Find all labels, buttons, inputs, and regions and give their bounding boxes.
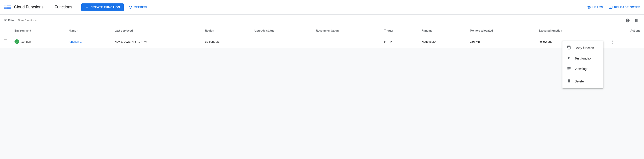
col-environment: Environment [11, 26, 65, 35]
function-link[interactable]: function-1 [69, 40, 82, 43]
release-notes-link[interactable]: RELEASE NOTES [609, 5, 640, 9]
sort-icon: ↑ [77, 30, 78, 32]
row-checkbox[interactable] [4, 40, 7, 43]
table-container: Environment Name ↑ Last deployed Region … [0, 26, 644, 48]
col-name[interactable]: Name ↑ [65, 26, 111, 35]
row-status-cell: 1st gen [11, 35, 65, 48]
col-region: Region [201, 26, 251, 35]
row-memory-cell: 256 MB [466, 35, 535, 48]
refresh-icon [128, 5, 132, 9]
filter-right [624, 17, 640, 24]
svg-rect-5 [6, 8, 11, 9]
create-function-button[interactable]: CREATE FUNCTION [81, 4, 124, 11]
col-memory: Memory allocated [466, 26, 535, 35]
svg-rect-4 [6, 7, 11, 8]
col-actions: Actions [605, 26, 644, 35]
release-notes-icon [609, 5, 613, 9]
svg-rect-0 [4, 6, 6, 6]
status-ok-icon [14, 39, 19, 44]
row-name-cell: function-1 [65, 35, 111, 48]
learn-icon [587, 5, 591, 9]
col-trigger: Trigger [380, 26, 418, 35]
help-button[interactable] [624, 17, 631, 24]
col-recommendation: Recommendation [312, 26, 380, 35]
col-executed-function: Executed function [535, 26, 605, 35]
filter-icon [4, 19, 7, 22]
refresh-button[interactable]: REFRESH [126, 4, 151, 11]
svg-rect-2 [4, 8, 6, 9]
svg-rect-1 [4, 7, 6, 8]
functions-table: Environment Name ↑ Last deployed Region … [0, 26, 644, 48]
col-upgrade-status: Upgrade status [251, 26, 312, 35]
nav-right: LEARN RELEASE NOTES [587, 5, 640, 9]
row-actions-cell: ⋮ [605, 35, 644, 48]
learn-link[interactable]: LEARN [587, 5, 603, 9]
row-checkbox-cell [0, 35, 11, 48]
select-all-header [0, 26, 11, 35]
top-nav: Cloud Functions Functions CREATE FUNCTIO… [0, 0, 644, 15]
copy-function-label: Copy function [575, 46, 594, 48]
copy-icon [567, 45, 571, 48]
app-title: Cloud Functions [14, 5, 44, 10]
col-runtime: Runtime [418, 26, 466, 35]
row-region-cell: us-central1 [201, 35, 251, 48]
plus-icon [85, 5, 89, 9]
copy-function-item[interactable]: Copy function [562, 43, 603, 48]
filter-bar: Filter [0, 15, 644, 26]
more-actions-button[interactable]: ⋮ [608, 38, 616, 45]
table-header-row: Environment Name ↑ Last deployed Region … [0, 26, 644, 35]
row-last-deployed-cell: Nov 3, 2023, 4:57:07 PM [111, 35, 201, 48]
row-runtime-cell: Node.js 20 [418, 35, 466, 48]
nav-actions: CREATE FUNCTION REFRESH [81, 4, 587, 11]
table-row: 1st gen function-1 Nov 3, 2023, 4:57:07 … [0, 35, 644, 48]
select-all-checkbox[interactable] [4, 29, 7, 32]
row-trigger-cell: HTTP [380, 35, 418, 48]
dropdown-menu: Copy function Test function View logs De… [562, 41, 603, 48]
help-icon [626, 18, 630, 23]
row-recommendation-cell [312, 35, 380, 48]
nav-logo: Cloud Functions [4, 0, 49, 14]
columns-button[interactable] [633, 17, 640, 24]
google-cloud-icon [4, 3, 12, 11]
svg-rect-3 [6, 6, 11, 6]
section-title: Functions [54, 5, 80, 10]
columns-icon [634, 18, 639, 23]
filter-input[interactable] [18, 19, 621, 22]
row-upgrade-status-cell [251, 35, 312, 48]
col-last-deployed: Last deployed [111, 26, 201, 35]
filter-button[interactable]: Filter [4, 19, 15, 22]
